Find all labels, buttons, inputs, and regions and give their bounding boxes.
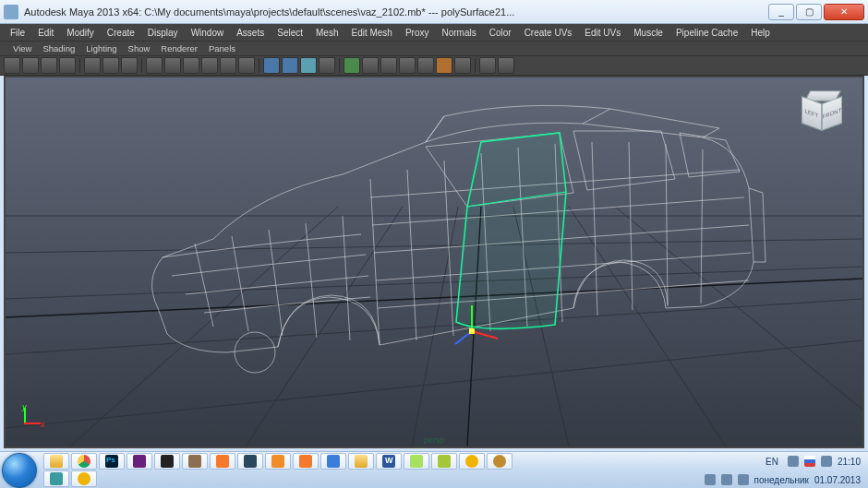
maximize-button[interactable]: ▢ [796, 4, 822, 20]
shelf-button[interactable] [344, 57, 360, 74]
toolbar-divider [79, 58, 80, 73]
axis-x-icon [24, 423, 41, 424]
taskbar-unity[interactable] [154, 453, 180, 470]
shelf-button[interactable] [362, 57, 379, 74]
menu-edit[interactable]: Edit [31, 26, 60, 40]
svg-line-4 [6, 340, 862, 428]
menu-pipeline-cache[interactable]: Pipeline Cache [669, 26, 744, 40]
shelf-button[interactable] [399, 57, 416, 74]
menu-mesh[interactable]: Mesh [309, 26, 344, 40]
shelf-button[interactable] [41, 57, 57, 74]
word-icon [382, 455, 395, 468]
shelf-button[interactable] [498, 57, 514, 74]
panel-panels[interactable]: Panels [203, 42, 241, 54]
menu-modify[interactable]: Modify [60, 26, 100, 40]
taskbar-app[interactable] [71, 470, 97, 487]
taskbar-explorer[interactable] [43, 453, 69, 470]
taskbar-word[interactable] [376, 453, 402, 470]
clock-time[interactable]: 21:10 [838, 457, 861, 467]
taskbar-chrome[interactable] [71, 453, 97, 470]
menu-proxy[interactable]: Proxy [399, 26, 436, 40]
shelf-button[interactable] [102, 57, 119, 74]
taskbar-gimp[interactable] [182, 453, 208, 470]
steam-icon [244, 455, 257, 468]
menu-normals[interactable]: Normals [436, 26, 483, 40]
axis-y-label: y [22, 402, 27, 411]
taskbar-visualstudio[interactable] [127, 453, 152, 470]
taskbar-android[interactable] [431, 453, 457, 470]
shelf-button[interactable] [417, 57, 434, 74]
clock-date[interactable]: 01.07.2013 [814, 475, 861, 485]
shelf-button[interactable] [164, 57, 181, 74]
viewcube-left[interactable]: LEFT [802, 96, 822, 131]
language-indicator[interactable]: EN [762, 456, 782, 468]
menu-edit-mesh[interactable]: Edit Mesh [344, 26, 398, 40]
taskbar-vlc[interactable] [265, 453, 291, 470]
blender-icon [216, 455, 229, 468]
shelf-button[interactable] [238, 57, 255, 74]
shelf-button[interactable] [263, 57, 280, 74]
menu-color[interactable]: Color [483, 26, 518, 40]
panel-show[interactable]: Show [123, 42, 156, 54]
taskbar-app[interactable] [320, 453, 346, 470]
taskbar-app[interactable] [293, 453, 319, 470]
shelf-button[interactable] [319, 57, 335, 74]
system-tray: EN 21:10 понедельник 01.07.2013 [699, 452, 867, 488]
shelf-button[interactable] [282, 57, 298, 74]
svg-line-5 [70, 207, 338, 446]
taskbar-blender[interactable] [210, 453, 235, 470]
shelf-button[interactable] [201, 57, 218, 74]
menu-file[interactable]: File [4, 26, 31, 40]
menu-assets[interactable]: Assets [230, 26, 271, 40]
tray-icon[interactable] [705, 474, 716, 485]
shelf-button[interactable] [84, 57, 101, 74]
menu-create-uvs[interactable]: Create UVs [518, 26, 579, 40]
minimize-button[interactable]: _ [768, 4, 794, 20]
shelf-button[interactable] [121, 57, 138, 74]
viewport-scene [6, 77, 862, 446]
tray-network-icon[interactable] [721, 474, 732, 485]
tray-volume-icon[interactable] [738, 474, 749, 485]
3d-viewport[interactable]: y x LEFT FRONT persp [6, 77, 862, 446]
shelf-button[interactable] [4, 57, 20, 74]
tray-chevron-icon[interactable] [821, 456, 832, 467]
tray-flag-icon[interactable] [804, 456, 815, 467]
start-button[interactable] [2, 453, 37, 488]
menu-display[interactable]: Display [141, 26, 185, 40]
panel-lighting[interactable]: Lighting [80, 42, 122, 54]
taskbar-maya[interactable] [43, 470, 69, 487]
panel-renderer[interactable]: Renderer [155, 42, 203, 54]
shelf-button[interactable] [300, 57, 317, 74]
toolbar-divider [339, 58, 340, 73]
close-button[interactable]: ✕ [824, 4, 864, 20]
shelf-button[interactable] [380, 57, 397, 74]
shelf-button[interactable] [220, 57, 236, 74]
shelf-button[interactable] [479, 57, 496, 74]
shelf-button[interactable] [59, 57, 76, 74]
menu-select[interactable]: Select [271, 26, 309, 40]
taskbar-app[interactable] [487, 453, 512, 470]
taskbar-photoshop[interactable] [99, 453, 125, 470]
shelf-button[interactable] [146, 57, 163, 74]
taskbar-app[interactable] [348, 453, 374, 470]
menu-window[interactable]: Window [185, 26, 231, 40]
taskbar-steam[interactable] [237, 453, 263, 470]
menu-help[interactable]: Help [744, 26, 777, 40]
menu-create[interactable]: Create [101, 26, 141, 40]
panel-shading[interactable]: Shading [37, 42, 80, 54]
shelf-button[interactable] [183, 57, 199, 74]
taskbar-notepad[interactable] [404, 453, 429, 470]
panel-view[interactable]: View [7, 42, 37, 54]
shelf-button[interactable] [22, 57, 39, 74]
tray-icon[interactable] [788, 456, 799, 467]
svg-line-11 [6, 279, 862, 317]
viewcube[interactable]: LEFT FRONT [800, 87, 850, 137]
viewport-toolbar [0, 55, 868, 76]
shelf-button[interactable] [454, 57, 471, 74]
viewcube-front[interactable]: FRONT [822, 96, 842, 131]
taskbar-app[interactable] [459, 453, 485, 470]
sun-icon [78, 472, 90, 485]
shelf-button[interactable] [436, 57, 452, 74]
menu-muscle[interactable]: Muscle [627, 26, 669, 40]
menu-edit-uvs[interactable]: Edit UVs [578, 26, 627, 40]
